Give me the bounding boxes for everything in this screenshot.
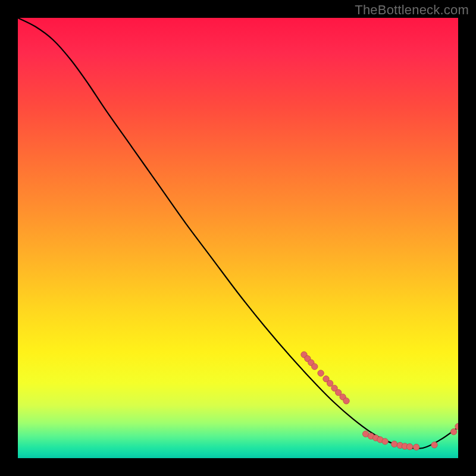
data-point <box>327 380 333 386</box>
data-point <box>343 398 349 404</box>
data-point <box>450 428 456 434</box>
marker-group <box>301 352 458 450</box>
data-point <box>414 444 419 450</box>
data-point <box>392 441 397 447</box>
watermark-text: TheBottleneck.com <box>355 2 469 18</box>
data-point <box>318 370 324 376</box>
data-point <box>406 444 412 450</box>
plot-area <box>18 18 458 458</box>
chart-frame: TheBottleneck.com <box>0 0 476 476</box>
data-point <box>312 364 318 369</box>
data-point <box>382 439 388 444</box>
curve-layer <box>18 18 458 458</box>
bottleneck-curve <box>18 18 458 449</box>
data-point <box>431 442 437 448</box>
